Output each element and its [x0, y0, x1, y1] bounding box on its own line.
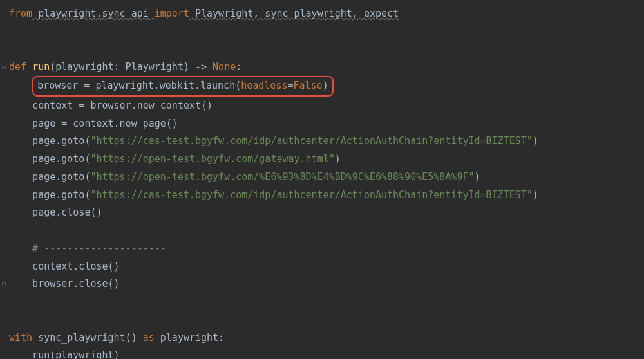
fold-gutter-icon[interactable]: ⊟	[0, 59, 8, 77]
url-string[interactable]: https://open-test.bgyfw.com/gateway.html	[96, 153, 328, 165]
code-line[interactable]: page = context.new_page()	[9, 115, 644, 133]
blank-line[interactable]	[9, 311, 644, 329]
call-prefix: page.goto(	[9, 189, 90, 201]
quote: "	[527, 135, 533, 147]
blank-line[interactable]	[9, 41, 644, 59]
fold-gutter-icon[interactable]: ⊟	[0, 275, 8, 293]
call-prefix: page.goto(	[9, 171, 90, 183]
keyword-as: as	[143, 332, 160, 344]
func-params: playwright: Playwright	[55, 61, 184, 73]
code-line-goto[interactable]: page.goto("https://cas-test.bgyfw.com/id…	[9, 133, 644, 151]
url-string[interactable]: https://cas-test.bgyfw.com/idp/authcente…	[96, 189, 526, 201]
keyword-from: from	[9, 8, 32, 19]
code-line-goto[interactable]: page.goto("https://open-test.bgyfw.com/%…	[9, 169, 644, 187]
code-line-with[interactable]: with sync_playwright() as playwright:	[9, 329, 644, 347]
blank-line[interactable]	[9, 293, 644, 311]
paren-open: (	[50, 61, 55, 73]
code-line[interactable]: page.close()	[9, 204, 644, 222]
code-line-import[interactable]: from playwright.sync_api import Playwrig…	[9, 5, 644, 23]
highlight-box: browser = playwright.webkit.launch(headl…	[32, 76, 334, 97]
module-name: playwright.sync_api	[32, 8, 155, 19]
indent	[9, 80, 32, 92]
code-line-goto[interactable]: page.goto("https://open-test.bgyfw.com/g…	[9, 151, 644, 169]
arrow: ) ->	[184, 61, 213, 73]
blank-line[interactable]	[9, 23, 644, 41]
paren-close: )	[533, 135, 538, 147]
url-string[interactable]: https://open-test.bgyfw.com/%E6%93%8D%E4…	[96, 171, 468, 183]
colon: :	[236, 61, 242, 73]
code-text: browser = playwright.webkit.launch(	[37, 80, 241, 91]
code-line-def[interactable]: ⊟def run(playwright: Playwright) -> None…	[9, 59, 644, 77]
code-line-goto[interactable]: page.goto("https://cas-test.bgyfw.com/id…	[9, 187, 644, 205]
keyword-def: def	[9, 61, 32, 73]
function-name: run	[32, 61, 50, 73]
call-prefix: page.goto(	[9, 153, 90, 165]
call: sync_playwright()	[38, 332, 143, 344]
quote: "	[329, 153, 335, 165]
paren-close: )	[335, 153, 341, 165]
kwarg-value: False	[293, 80, 322, 91]
paren-close: )	[323, 80, 328, 91]
return-type: None	[213, 61, 236, 73]
blank-line[interactable]	[9, 222, 644, 240]
code-line[interactable]: ⊟ browser.close()	[9, 275, 644, 293]
paren-close: )	[474, 171, 480, 183]
code-line[interactable]: context = browser.new_context()	[9, 97, 644, 115]
quote: "	[527, 189, 533, 201]
code-line-highlighted[interactable]: browser = playwright.webkit.launch(headl…	[9, 77, 644, 97]
keyword-with: with	[9, 332, 38, 344]
code-line[interactable]: run(playwright)	[9, 347, 644, 359]
var: playwright:	[160, 332, 224, 344]
url-string[interactable]: https://cas-test.bgyfw.com/idp/authcente…	[96, 135, 526, 147]
keyword-import: import	[155, 8, 189, 19]
code-line-comment[interactable]: # ---------------------	[9, 240, 644, 258]
code-line[interactable]: context.close()	[9, 258, 644, 276]
import-names: Playwright, sync_playwright, expect	[189, 8, 399, 19]
code-text: browser.close()	[9, 278, 120, 290]
paren-close: )	[533, 189, 538, 201]
kwarg-name: headless	[241, 80, 287, 91]
call-prefix: page.goto(	[9, 135, 90, 147]
